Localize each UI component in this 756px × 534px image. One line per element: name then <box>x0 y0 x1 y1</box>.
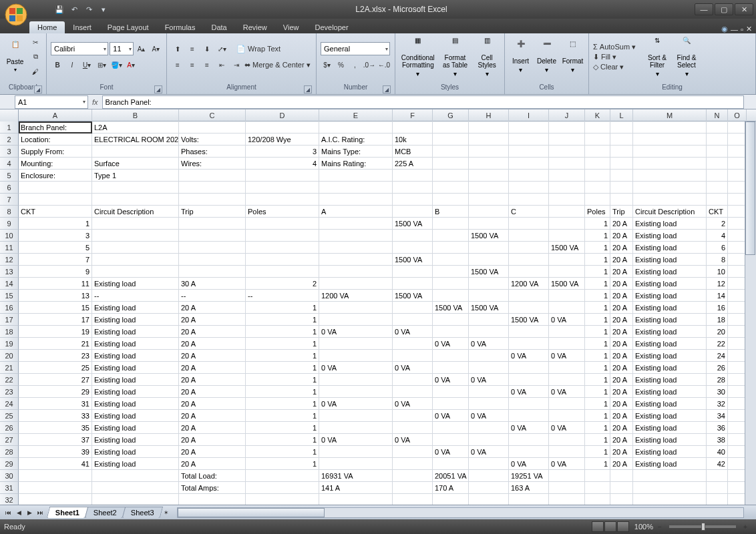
cell-G26[interactable] <box>433 422 469 434</box>
cell-E26[interactable] <box>319 422 393 434</box>
cell-A11[interactable]: 5 <box>19 242 92 254</box>
row-header-29[interactable]: 29 <box>0 458 19 470</box>
cell-A20[interactable]: 23 <box>19 350 92 362</box>
ribbon-tab-insert[interactable]: Insert <box>65 21 100 33</box>
cell-H31[interactable] <box>469 482 509 494</box>
cell-I32[interactable] <box>509 494 549 505</box>
cell-E32[interactable] <box>319 494 393 505</box>
cell-N22[interactable]: 28 <box>707 374 728 386</box>
cell-C13[interactable] <box>179 266 246 278</box>
cell-L4[interactable] <box>610 158 633 170</box>
cell-E1[interactable] <box>319 121 393 134</box>
cell-A16[interactable]: 15 <box>19 302 92 314</box>
cell-N15[interactable]: 14 <box>707 290 728 302</box>
cell-I12[interactable] <box>509 254 549 266</box>
cell-D15[interactable]: -- <box>246 290 319 302</box>
cell-C32[interactable] <box>179 494 246 505</box>
cell-J32[interactable] <box>549 494 585 505</box>
cell-M29[interactable]: Existing load <box>633 458 707 470</box>
font-size-select[interactable]: 11 <box>110 42 134 55</box>
cell-L10[interactable]: 20 A <box>610 230 633 242</box>
cell-K21[interactable]: 1 <box>585 362 610 374</box>
cell-K31[interactable] <box>585 482 610 494</box>
cell-D22[interactable]: 1 <box>246 374 319 386</box>
first-sheet-icon[interactable]: ⏮ <box>3 507 13 518</box>
cell-B23[interactable]: Existing load <box>92 386 179 398</box>
cell-G16[interactable]: 1500 VA <box>433 302 469 314</box>
cell-J10[interactable] <box>549 230 585 242</box>
horizontal-scrollbar[interactable] <box>177 507 744 518</box>
cell-O16[interactable] <box>728 302 747 314</box>
cell-I18[interactable] <box>509 326 549 338</box>
cell-B30[interactable] <box>92 470 179 482</box>
cell-F23[interactable] <box>393 386 433 398</box>
cell-E16[interactable] <box>319 302 393 314</box>
cell-O10[interactable] <box>728 230 747 242</box>
cell-B11[interactable] <box>92 242 179 254</box>
cell-K29[interactable]: 1 <box>585 458 610 470</box>
cell-B15[interactable]: -- <box>92 290 179 302</box>
cell-I14[interactable]: 1200 VA <box>509 278 549 290</box>
cell-styles-button[interactable]: ▥Cell Styles▾ <box>474 35 500 79</box>
clipboard-launcher[interactable]: ◢ <box>34 85 42 93</box>
cell-F21[interactable]: 0 VA <box>393 362 433 374</box>
cell-A12[interactable]: 7 <box>19 254 92 266</box>
row-header-18[interactable]: 18 <box>0 326 19 338</box>
cell-J6[interactable] <box>549 182 585 194</box>
cell-M2[interactable] <box>633 134 707 146</box>
align-bottom-icon[interactable]: ⬇ <box>200 42 214 55</box>
cell-L31[interactable] <box>610 482 633 494</box>
cell-O4[interactable] <box>728 158 747 170</box>
cell-A6[interactable] <box>19 182 92 194</box>
column-header-K[interactable]: K <box>585 109 610 121</box>
row-header-16[interactable]: 16 <box>0 302 19 314</box>
cell-I23[interactable]: 0 VA <box>509 386 549 398</box>
cell-I9[interactable] <box>509 218 549 230</box>
cell-H16[interactable]: 1500 VA <box>469 302 509 314</box>
cell-F30[interactable] <box>393 470 433 482</box>
cell-D13[interactable] <box>246 266 319 278</box>
cell-B13[interactable] <box>92 266 179 278</box>
cell-O23[interactable] <box>728 386 747 398</box>
cell-B16[interactable]: Existing load <box>92 302 179 314</box>
cell-I8[interactable]: C <box>509 206 549 218</box>
cell-G1[interactable] <box>433 121 469 134</box>
column-header-L[interactable]: L <box>610 109 633 121</box>
cell-G3[interactable] <box>433 146 469 158</box>
format-as-table-button[interactable]: ▤Format as Table▾ <box>439 35 471 79</box>
cell-L11[interactable]: 20 A <box>610 242 633 254</box>
ribbon-tab-page-layout[interactable]: Page Layout <box>100 21 157 33</box>
grow-font-icon[interactable]: A▴ <box>135 42 148 55</box>
cell-I17[interactable]: 1500 VA <box>509 314 549 326</box>
cell-B27[interactable]: Existing load <box>92 434 179 446</box>
row-header-26[interactable]: 26 <box>0 422 19 434</box>
cell-E10[interactable] <box>319 230 393 242</box>
cell-E15[interactable]: 1200 VA <box>319 290 393 302</box>
row-header-13[interactable]: 13 <box>0 266 19 278</box>
cell-D11[interactable] <box>246 242 319 254</box>
cell-K14[interactable]: 1 <box>585 278 610 290</box>
comma-icon[interactable]: , <box>349 58 361 71</box>
minimize-button[interactable]: — <box>695 3 713 15</box>
cell-F18[interactable]: 0 VA <box>393 326 433 338</box>
office-button[interactable] <box>4 3 28 27</box>
cell-I27[interactable] <box>509 434 549 446</box>
sheet-tab-sheet2[interactable]: Sheet2 <box>85 507 126 518</box>
cell-B8[interactable]: Circuit Description <box>92 206 179 218</box>
cell-N26[interactable]: 36 <box>707 422 728 434</box>
cell-I24[interactable] <box>509 398 549 410</box>
row-header-21[interactable]: 21 <box>0 362 19 374</box>
cell-F20[interactable] <box>393 350 433 362</box>
align-left-icon[interactable]: ≡ <box>171 58 184 71</box>
cell-O14[interactable] <box>728 278 747 290</box>
ribbon-tab-home[interactable]: Home <box>29 21 65 33</box>
cell-J23[interactable]: 0 VA <box>549 386 585 398</box>
column-header-J[interactable]: J <box>549 109 585 121</box>
cell-O26[interactable] <box>728 422 747 434</box>
row-header-27[interactable]: 27 <box>0 434 19 446</box>
cell-K6[interactable] <box>585 182 610 194</box>
column-header-G[interactable]: G <box>433 109 469 121</box>
cell-J15[interactable] <box>549 290 585 302</box>
cell-D1[interactable] <box>246 121 319 134</box>
cell-H25[interactable]: 0 VA <box>469 410 509 422</box>
